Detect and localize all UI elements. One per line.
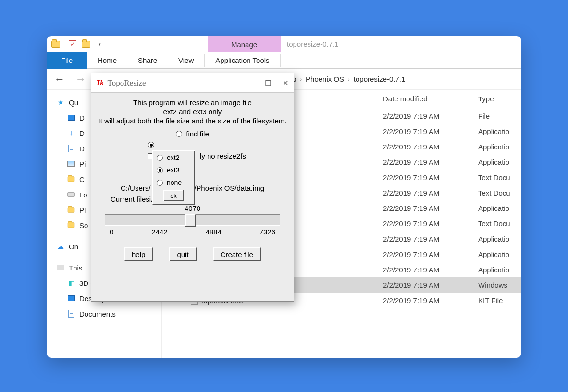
nav-back-icon[interactable]: ← bbox=[51, 73, 68, 86]
file-date-cell: 2/2/2019 7:19 AM bbox=[383, 220, 478, 228]
file-date-cell: 2/2/2019 7:19 AM bbox=[383, 250, 478, 258]
contextual-tab-header: Manage bbox=[208, 36, 281, 52]
find-file-radio-row[interactable]: find file bbox=[96, 130, 289, 138]
slider-ticks: 0 2442 4884 7326 bbox=[110, 228, 275, 236]
option-label: ext2 bbox=[167, 154, 179, 161]
file-type-cell: File bbox=[478, 112, 521, 120]
file-date-cell: 2/2/2019 7:19 AM bbox=[383, 143, 478, 151]
ribbon-tabs: File Home Share View Application Tools bbox=[47, 52, 521, 69]
sidebar-item-label: This bbox=[69, 264, 82, 272]
chevron-right-icon: › bbox=[300, 76, 302, 82]
desktop-icon bbox=[67, 294, 75, 303]
tick-label: 2442 bbox=[151, 228, 167, 236]
tab-home[interactable]: Home bbox=[87, 52, 127, 69]
pictures-icon bbox=[67, 159, 75, 168]
download-icon: ↓ bbox=[67, 129, 75, 137]
pc-icon bbox=[56, 263, 65, 272]
tick-label: 4884 bbox=[205, 228, 221, 236]
sidebar-item-label: C bbox=[79, 175, 85, 184]
sidebar-item-label: On bbox=[69, 243, 78, 251]
column-header-date[interactable]: Date modified bbox=[383, 95, 478, 103]
sidebar-item-documents[interactable]: Documents bbox=[50, 306, 161, 321]
file-type-cell: KIT File bbox=[478, 296, 521, 305]
info-line-3: It will adjust both the file size and th… bbox=[96, 117, 289, 125]
ok-button[interactable]: ok bbox=[163, 190, 184, 201]
file-type-cell: Applicatio bbox=[478, 250, 521, 258]
sidebar-item-label: Documents bbox=[79, 310, 116, 318]
sidebar-item-label: So bbox=[79, 221, 88, 230]
radio-icon[interactable] bbox=[176, 131, 182, 137]
minimize-icon[interactable]: — bbox=[246, 79, 253, 87]
quick-access-toolbar: ✓ ▾ bbox=[47, 39, 112, 49]
file-type-cell: Applicatio bbox=[478, 204, 521, 212]
drive-icon bbox=[67, 190, 75, 199]
properties-checkbox-icon[interactable]: ✓ bbox=[67, 39, 78, 49]
create-file-button[interactable]: Create file bbox=[213, 247, 261, 261]
tick-label: 0 bbox=[110, 228, 113, 236]
file-date-cell: 2/2/2019 7:19 AM bbox=[383, 189, 478, 197]
cube-icon: ◧ bbox=[67, 279, 75, 287]
filesystem-popup: ext2 ext3 none ok bbox=[152, 150, 195, 205]
radio-icon[interactable] bbox=[157, 155, 163, 161]
find-file-label: find file bbox=[186, 130, 209, 138]
file-date-cell: 2/2/2019 7:19 AM bbox=[383, 173, 478, 182]
breadcrumb-item[interactable]: toporesize-0.7.1 bbox=[354, 75, 406, 83]
file-date-cell: 2/2/2019 7:19 AM bbox=[383, 235, 478, 243]
file-date-cell: 2/2/2019 7:19 AM bbox=[383, 296, 478, 305]
tk-logo-icon: Tk bbox=[96, 79, 104, 87]
help-button[interactable]: help bbox=[124, 247, 153, 261]
maximize-icon[interactable]: ☐ bbox=[265, 79, 271, 87]
tab-file[interactable]: File bbox=[47, 52, 87, 69]
file-date-cell: 2/2/2019 7:19 AM bbox=[383, 281, 478, 289]
file-type-cell: Applicatio bbox=[478, 266, 521, 274]
close-icon[interactable]: ✕ bbox=[283, 79, 289, 87]
tab-view[interactable]: View bbox=[168, 52, 204, 69]
slider-thumb[interactable] bbox=[185, 214, 196, 227]
info-line-1: This program will resize an image file bbox=[96, 98, 289, 107]
folder-icon bbox=[67, 221, 75, 230]
column-header-type[interactable]: Type bbox=[478, 95, 521, 103]
folder-icon[interactable] bbox=[81, 39, 91, 49]
size-slider[interactable] bbox=[105, 214, 280, 226]
sidebar-item-label: D bbox=[79, 129, 85, 137]
dialog-title: TopoResize bbox=[108, 78, 146, 88]
option-none[interactable]: none bbox=[153, 176, 194, 189]
document-icon bbox=[67, 144, 75, 153]
quit-button[interactable]: quit bbox=[169, 247, 196, 261]
hidden-radio-row[interactable] bbox=[148, 142, 289, 148]
radio-icon[interactable] bbox=[157, 167, 163, 173]
file-date-cell: 2/2/2019 7:19 AM bbox=[383, 266, 478, 274]
option-ext2[interactable]: ext2 bbox=[153, 151, 194, 164]
file-date-cell: 2/2/2019 7:19 AM bbox=[383, 204, 478, 212]
radio-icon[interactable] bbox=[157, 180, 163, 186]
folder-icon bbox=[67, 206, 75, 214]
folder-icon bbox=[50, 39, 61, 49]
dialog-button-row: help quit Create file bbox=[96, 247, 289, 261]
dialog-titlebar[interactable]: Tk TopoResize — ☐ ✕ bbox=[91, 74, 294, 93]
tick-label: 7326 bbox=[259, 228, 275, 236]
sidebar-item-label: Qu bbox=[69, 98, 78, 107]
sidebar-item-label: D bbox=[79, 114, 85, 122]
info-line-2: ext2 and ext3 only bbox=[96, 108, 289, 116]
tab-share[interactable]: Share bbox=[127, 52, 168, 69]
sidebar-item-label: Lo bbox=[79, 191, 87, 199]
radio-icon[interactable] bbox=[148, 142, 154, 148]
breadcrumb-item[interactable]: Phoenix OS bbox=[306, 75, 344, 83]
qat-dropdown-icon[interactable]: ▾ bbox=[94, 39, 105, 49]
desktop-icon bbox=[67, 113, 75, 122]
file-type-cell: Windows bbox=[478, 281, 521, 289]
column-divider bbox=[381, 90, 381, 358]
file-type-cell: Applicatio bbox=[478, 158, 521, 166]
file-date-cell: 2/2/2019 7:19 AM bbox=[383, 158, 478, 166]
document-icon bbox=[67, 309, 75, 318]
window-title: toporesize-0.7.1 bbox=[287, 40, 339, 48]
sidebar-item-label: Pi bbox=[79, 160, 86, 168]
file-type-cell: Text Docu bbox=[478, 220, 521, 228]
option-ext3[interactable]: ext3 bbox=[153, 164, 194, 176]
sidebar-item-label: D bbox=[79, 145, 85, 153]
nav-forward-icon[interactable]: → bbox=[73, 73, 89, 86]
sidebar-item-label: Pl bbox=[79, 206, 86, 214]
option-label: ext3 bbox=[167, 166, 179, 174]
tab-application-tools[interactable]: Application Tools bbox=[205, 52, 280, 69]
file-type-cell: Text Docu bbox=[478, 173, 521, 182]
